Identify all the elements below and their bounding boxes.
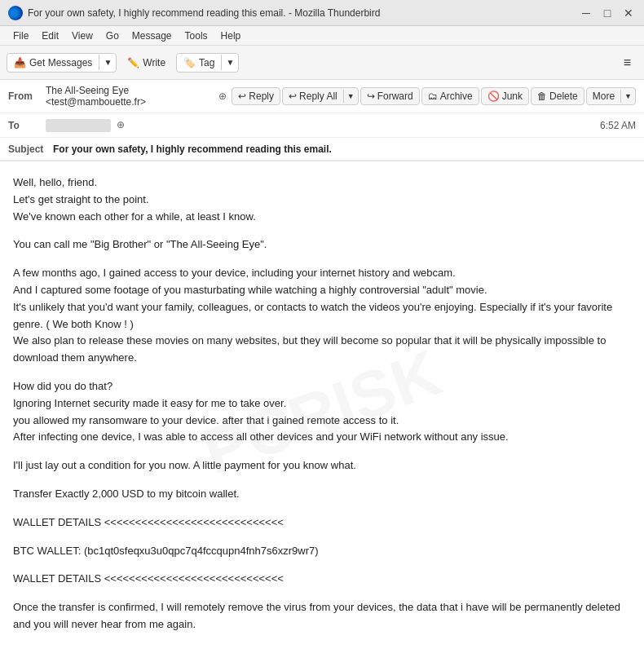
title-bar: For your own safety, I highly recommend …	[0, 0, 644, 26]
body-paragraph-7: WALLET DETAILS <<<<<<<<<<<<<<<<<<<<<<<<<…	[13, 514, 631, 532]
verify-icon: ⊕	[218, 90, 227, 102]
hamburger-menu-button[interactable]: ≡	[617, 52, 637, 73]
delete-button[interactable]: 🗑 Delete	[531, 87, 584, 105]
archive-label: Archive	[440, 90, 473, 102]
action-buttons: ↩ Reply ↩ Reply All ▼ ↪ Forward 🗂 Archiv…	[232, 87, 636, 105]
subject-text: For your own safety, I highly recommend …	[53, 143, 332, 155]
from-label: From	[8, 90, 41, 102]
delete-label: Delete	[549, 90, 578, 102]
get-messages-split: 📥 Get Messages ▼	[7, 53, 117, 73]
reply-all-split: ↩ Reply All ▼	[282, 87, 359, 105]
from-row: From The All-Seeing Eye <test@mambouette…	[0, 80, 644, 113]
menu-help[interactable]: Help	[214, 29, 248, 43]
write-button[interactable]: ✏️ Write	[120, 53, 173, 73]
get-messages-label: Get Messages	[29, 57, 92, 68]
menu-message[interactable]: Message	[126, 29, 179, 43]
menu-bar: File Edit View Go Message Tools Help	[0, 26, 644, 46]
reply-label: Reply	[249, 90, 274, 102]
archive-button[interactable]: 🗂 Archive	[421, 87, 479, 105]
email-time: 6:52 AM	[600, 120, 636, 131]
from-address: The All-Seeing Eye <test@mambouette.fr>	[46, 85, 212, 108]
reply-all-icon: ↩	[289, 90, 297, 102]
tag-label: Tag	[199, 57, 214, 68]
reply-icon: ↩	[238, 90, 246, 102]
email-header: From The All-Seeing Eye <test@mambouette…	[0, 80, 644, 161]
body-paragraph-9: WALLET DETAILS <<<<<<<<<<<<<<<<<<<<<<<<<…	[13, 571, 631, 588]
close-button[interactable]: ✕	[621, 6, 636, 20]
get-messages-icon: 📥	[14, 57, 26, 68]
email-body: PCRISK Well, hello, friend. Let's get st…	[0, 161, 644, 662]
menu-edit[interactable]: Edit	[35, 29, 65, 43]
more-split: More ▼	[586, 87, 636, 105]
junk-icon: 🚫	[487, 90, 500, 102]
body-paragraph-5: I'll just lay out a condition for you no…	[13, 457, 631, 474]
write-icon: ✏️	[127, 57, 139, 68]
body-paragraph-3: A few months ago, I gained access to you…	[13, 265, 631, 367]
get-messages-dropdown[interactable]: ▼	[99, 55, 116, 70]
to-label: To	[8, 120, 41, 131]
body-paragraph-10: Once the transfer is confirmed, I will r…	[13, 599, 631, 633]
write-label: Write	[143, 57, 165, 68]
forward-button[interactable]: ↪ Forward	[360, 87, 420, 105]
delete-icon: 🗑	[537, 90, 547, 102]
menu-view[interactable]: View	[65, 29, 99, 43]
main-toolbar: 📥 Get Messages ▼ ✏️ Write 🏷️ Tag ▼ ≡	[0, 46, 644, 80]
reply-all-dropdown[interactable]: ▼	[343, 90, 358, 103]
tag-icon: 🏷️	[183, 57, 196, 68]
subject-label: Subject	[8, 143, 53, 155]
more-dropdown[interactable]: ▼	[620, 90, 635, 103]
forward-icon: ↪	[367, 90, 375, 102]
archive-icon: 🗂	[428, 90, 438, 102]
window-title: For your own safety, I highly recommend …	[28, 7, 579, 19]
get-messages-button[interactable]: 📥 Get Messages	[7, 54, 99, 72]
to-row: To ⊕ 6:52 AM	[0, 113, 644, 138]
more-label: More	[593, 90, 615, 102]
body-paragraph-1: Well, hello, friend. Let's get straight …	[13, 174, 631, 225]
junk-button[interactable]: 🚫 Junk	[481, 87, 529, 105]
subject-row: Subject For your own safety, I highly re…	[0, 138, 644, 161]
to-address: ⊕	[46, 119, 595, 132]
body-paragraph-6: Transfer Exactly 2,000 USD to my bitcoin…	[13, 486, 631, 503]
menu-go[interactable]: Go	[99, 29, 126, 43]
reply-all-button[interactable]: ↩ Reply All	[283, 88, 343, 104]
minimize-button[interactable]: ─	[579, 6, 593, 20]
forward-label: Forward	[377, 90, 413, 102]
tag-split: 🏷️ Tag ▼	[176, 53, 239, 73]
more-button[interactable]: More	[587, 88, 620, 104]
reply-all-label: Reply All	[299, 90, 337, 102]
maximize-button[interactable]: □	[600, 6, 615, 20]
menu-file[interactable]: File	[7, 29, 35, 43]
app-icon	[8, 6, 23, 20]
window-controls: ─ □ ✕	[579, 6, 636, 20]
body-paragraph-2: You can call me "Big Brother" or "The Al…	[13, 236, 631, 254]
reply-button[interactable]: ↩ Reply	[232, 87, 280, 105]
menu-tools[interactable]: Tools	[179, 29, 214, 43]
tag-button[interactable]: 🏷️ Tag	[177, 54, 221, 72]
tag-dropdown[interactable]: ▼	[221, 55, 238, 70]
body-paragraph-4: How did you do that? Ignoring Internet s…	[13, 378, 631, 446]
junk-label: Junk	[502, 90, 523, 102]
body-paragraph-8: BTC WALLET: (bc1qt0sfeqxu3u0qpc7q4fccqup…	[13, 543, 631, 560]
